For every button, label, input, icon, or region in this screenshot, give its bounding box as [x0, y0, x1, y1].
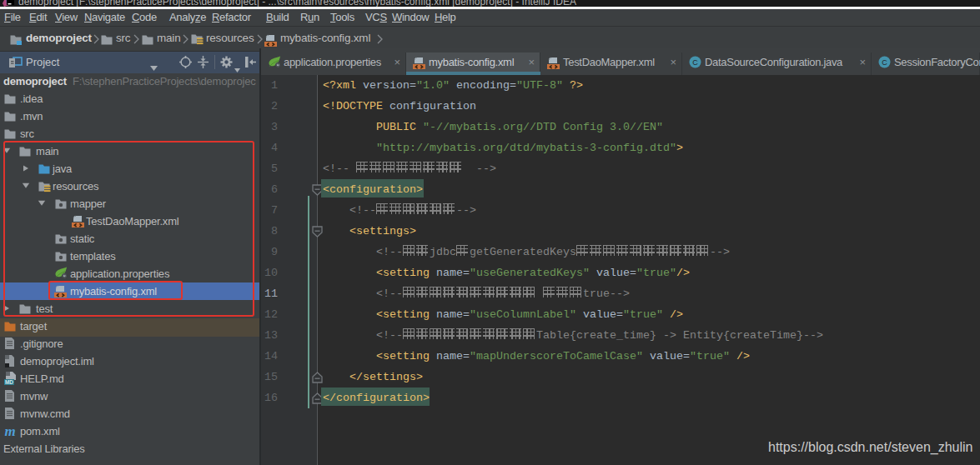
svg-text:m: m: [4, 425, 15, 437]
svg-text:MD: MD: [5, 379, 13, 385]
svg-text:C: C: [882, 58, 887, 67]
svg-text:C: C: [692, 58, 698, 67]
